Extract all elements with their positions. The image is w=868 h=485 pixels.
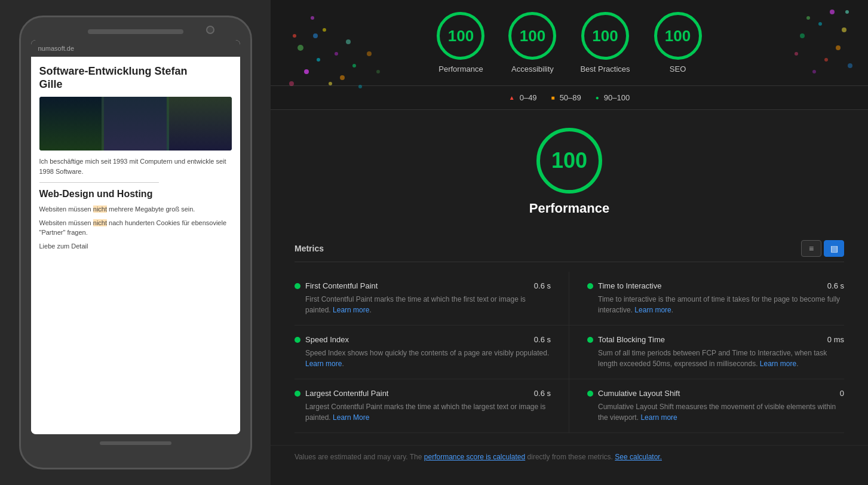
- lcp-desc: Largest Contentful Paint marks the time …: [305, 401, 551, 423]
- metrics-grid: First Contentful Paint 0.6 s First Conte…: [295, 272, 844, 433]
- metrics-section: Metrics ≡ ▤ First Contentful Paint 0.6 s…: [271, 240, 868, 445]
- main-performance-section: 100 Performance: [271, 110, 868, 240]
- body-text-1: Ich beschäftige mich seit 1993 mit Compu…: [39, 156, 232, 176]
- section-title: Web-Design und Hosting: [39, 189, 232, 199]
- phone-panel: numasoft.de Software-Entwicklung Stefan …: [0, 0, 271, 485]
- phone-camera: [206, 26, 214, 34]
- perf-score-link[interactable]: performance score is calculated: [424, 453, 525, 461]
- body-text-3: Websiten müssen nicht nach hunderten Coo…: [39, 218, 232, 238]
- phone-screen: numasoft.de Software-Entwicklung Stefan …: [31, 40, 240, 434]
- score-best-practices: 100 Best Practices: [580, 12, 630, 73]
- lighthouse-panel: 100 Performance 100 Accessibility 100 Be…: [271, 0, 868, 485]
- metrics-label: Metrics: [295, 244, 324, 253]
- phone-mockup: numasoft.de Software-Entwicklung Stefan …: [19, 16, 252, 469]
- body-text-2: Websiten müssen nicht mehrere Megabyte g…: [39, 204, 232, 214]
- body-text-4: Liebe zum Detail: [39, 241, 232, 251]
- list-view-button[interactable]: ≡: [801, 240, 821, 257]
- lcp-value: 0.6 s: [534, 389, 551, 398]
- site-domain: numasoft.de: [38, 45, 75, 52]
- accessibility-circle: 100: [508, 12, 556, 60]
- svg-point-26: [845, 10, 849, 14]
- legend-bar: ▲ 0–49 ■ 50–89 ● 90–100: [271, 86, 868, 110]
- metric-lcp: Largest Contentful Paint 0.6 s Largest C…: [295, 379, 569, 433]
- metric-fcp: First Contentful Paint 0.6 s First Conte…: [295, 272, 569, 326]
- svg-point-4: [340, 75, 345, 80]
- site-title: Software-Entwicklung Stefan Gille: [39, 65, 232, 91]
- svg-point-2: [329, 82, 332, 85]
- tbt-status-dot: [587, 337, 593, 343]
- divider: [39, 182, 159, 183]
- cls-desc: Cumulative Layout Shift measures the mov…: [598, 401, 844, 423]
- lcp-learn-more[interactable]: Learn More: [333, 413, 369, 422]
- tti-status-dot: [587, 283, 593, 289]
- best-practices-circle: 100: [581, 12, 629, 60]
- metric-si: Speed Index 0.6 s Speed Index shows how …: [295, 326, 569, 379]
- cls-status-dot: [587, 391, 593, 397]
- phone-notch: [88, 29, 183, 34]
- seo-circle: 100: [654, 12, 702, 60]
- score-performance: 100 Performance: [437, 12, 484, 73]
- best-practices-label: Best Practices: [580, 65, 630, 73]
- si-value: 0.6 s: [534, 335, 551, 344]
- phone-bottom-bar: [100, 441, 171, 445]
- score-accessibility: 100 Accessibility: [508, 12, 556, 73]
- legend-orange: ■ 50–89: [551, 93, 581, 102]
- calculator-link[interactable]: See calculator.: [615, 453, 662, 461]
- metric-cls: Cumulative Layout Shift 0 Cumulative Lay…: [569, 379, 844, 433]
- tti-name: Time to Interactive: [598, 281, 661, 290]
- scores-container: 100 Performance 100 Accessibility 100 Be…: [295, 12, 844, 73]
- accessibility-label: Accessibility: [511, 65, 554, 73]
- tti-learn-more[interactable]: Learn more: [634, 306, 671, 314]
- cls-value: 0: [840, 389, 844, 398]
- si-name: Speed Index: [305, 335, 349, 344]
- tti-desc: Time to interactive is the amount of tim…: [598, 294, 844, 315]
- metric-tti: Time to Interactive 0.6 s Time to intera…: [569, 272, 844, 326]
- site-screenshot: [39, 97, 232, 151]
- fcp-desc: First Contentful Paint marks the time at…: [305, 294, 551, 315]
- cls-name: Cumulative Layout Shift: [598, 389, 680, 398]
- metric-tbt: Total Blocking Time 0 ms Sum of all time…: [569, 326, 844, 379]
- orange-square-icon: ■: [551, 94, 555, 101]
- score-seo: 100 SEO: [654, 12, 702, 73]
- green-circle-icon: ●: [596, 94, 599, 101]
- si-status-dot: [295, 337, 300, 343]
- svg-point-9: [289, 81, 294, 86]
- lcp-name: Largest Contentful Paint: [305, 389, 388, 398]
- cls-learn-more[interactable]: Learn more: [640, 413, 677, 422]
- seo-label: SEO: [670, 65, 686, 73]
- grid-view-button[interactable]: ▤: [824, 240, 844, 257]
- lcp-status-dot: [295, 391, 300, 397]
- si-learn-more[interactable]: Learn more: [305, 360, 342, 368]
- red-triangle-icon: ▲: [509, 94, 515, 101]
- main-performance-circle: 100: [536, 128, 602, 194]
- fcp-value: 0.6 s: [534, 281, 551, 290]
- legend-green: ● 90–100: [596, 93, 630, 102]
- tbt-name: Total Blocking Time: [598, 335, 665, 344]
- metrics-header: Metrics ≡ ▤: [295, 240, 844, 262]
- svg-point-22: [848, 63, 852, 68]
- performance-label: Performance: [438, 65, 483, 73]
- tbt-desc: Sum of all time periods between FCP and …: [598, 348, 844, 369]
- fcp-status-dot: [295, 283, 300, 289]
- legend-red: ▲ 0–49: [509, 93, 537, 102]
- scores-section: 100 Performance 100 Accessibility 100 Be…: [271, 0, 868, 86]
- tti-value: 0.6 s: [827, 281, 844, 290]
- screen-header: numasoft.de: [31, 40, 240, 57]
- fcp-name: First Contentful Paint: [305, 281, 378, 290]
- main-performance-label: Performance: [529, 201, 610, 216]
- performance-circle: 100: [437, 12, 484, 60]
- view-toggle: ≡ ▤: [801, 240, 844, 257]
- tbt-learn-more[interactable]: Learn more: [760, 360, 796, 368]
- fcp-learn-more[interactable]: Learn more: [333, 306, 369, 314]
- footer-note: Values are estimated and may vary. The p…: [271, 445, 868, 468]
- screen-body: Software-Entwicklung Stefan Gille Ich be…: [31, 57, 240, 433]
- tbt-value: 0 ms: [827, 335, 844, 344]
- si-desc: Speed Index shows how quickly the conten…: [305, 348, 551, 369]
